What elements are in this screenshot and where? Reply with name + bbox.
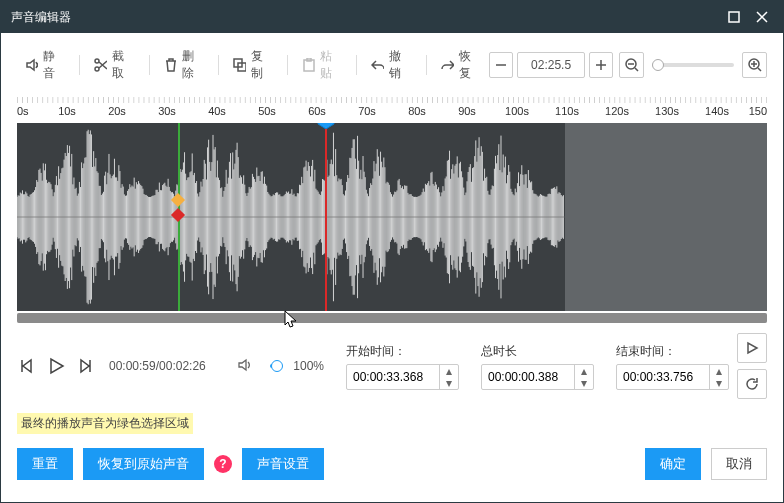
ruler-tick-label: 0s bbox=[17, 105, 29, 117]
paste-label: 粘贴 bbox=[320, 48, 342, 82]
divider bbox=[218, 55, 219, 75]
step-forward-button[interactable] bbox=[75, 356, 95, 376]
cancel-button[interactable]: 取消 bbox=[711, 448, 767, 480]
end-time-group: 结束时间： ▴▾ bbox=[616, 343, 729, 390]
duration-down[interactable]: ▾ bbox=[575, 377, 593, 389]
waveform-scrollbar[interactable] bbox=[17, 313, 767, 323]
ruler-tick-label: 110s bbox=[555, 105, 579, 117]
plus-icon bbox=[595, 59, 607, 71]
play-icon bbox=[47, 357, 65, 375]
divider bbox=[149, 55, 150, 75]
restore-icon bbox=[728, 11, 740, 23]
hint-row: 最终的播放声音为绿色选择区域 bbox=[1, 409, 783, 438]
ruler-tick-label: 120s bbox=[605, 105, 629, 117]
volume-slider[interactable] bbox=[270, 364, 278, 368]
copy-label: 复制 bbox=[251, 48, 273, 82]
scrollbar-thumb[interactable] bbox=[17, 313, 767, 323]
playback-controls: 00:00:59/00:02:26 100% 开始时间： ▴▾ 总时长 ▴▾ 结… bbox=[1, 323, 783, 409]
sound-settings-button[interactable]: 声音设置 bbox=[242, 448, 324, 480]
restore-window-button[interactable] bbox=[723, 6, 745, 28]
scissors-icon bbox=[94, 58, 107, 72]
paste-button[interactable]: 粘贴 bbox=[294, 45, 350, 85]
cut-button[interactable]: 截取 bbox=[86, 45, 142, 85]
ruler-tick-label: 20s bbox=[108, 105, 126, 117]
ruler-tick-label: 60s bbox=[308, 105, 326, 117]
redo-button[interactable]: 恢复 bbox=[433, 45, 489, 85]
toolbar: 静音 截取 删除 复制 粘贴 撤销 恢复 bbox=[1, 33, 783, 97]
cut-label: 截取 bbox=[112, 48, 134, 82]
zoom-out-button[interactable] bbox=[619, 52, 644, 78]
ruler-tick-label: 40s bbox=[208, 105, 226, 117]
undo-label: 撤销 bbox=[389, 48, 411, 82]
ruler-tick-label: 30s bbox=[158, 105, 176, 117]
divider bbox=[287, 55, 288, 75]
start-time-group: 开始时间： ▴▾ bbox=[346, 343, 459, 390]
undo-button[interactable]: 撤销 bbox=[363, 45, 419, 85]
ok-button[interactable]: 确定 bbox=[645, 448, 701, 480]
redo-label: 恢复 bbox=[459, 48, 481, 82]
preview-controls bbox=[737, 333, 767, 399]
window-title: 声音编辑器 bbox=[11, 9, 717, 26]
start-time-down[interactable]: ▾ bbox=[440, 377, 458, 389]
preview-play-button[interactable] bbox=[737, 333, 767, 363]
trash-icon bbox=[164, 58, 177, 72]
delete-button[interactable]: 删除 bbox=[156, 45, 212, 85]
start-time-spinner[interactable]: ▴▾ bbox=[346, 364, 459, 390]
ruler-tick-label: 150 bbox=[749, 105, 767, 117]
mute-button[interactable]: 静音 bbox=[17, 45, 73, 85]
volume-knob[interactable] bbox=[271, 360, 283, 372]
zoom-out-time-button[interactable] bbox=[489, 52, 514, 78]
divider bbox=[79, 55, 80, 75]
step-back-icon bbox=[19, 358, 35, 374]
help-icon[interactable]: ? bbox=[214, 455, 232, 473]
volume-icon bbox=[238, 358, 254, 375]
paste-icon bbox=[302, 58, 315, 72]
play-button[interactable] bbox=[45, 355, 67, 377]
time-span-display[interactable]: 02:25.5 bbox=[517, 52, 585, 78]
step-back-button[interactable] bbox=[17, 356, 37, 376]
ruler-tick-label: 90s bbox=[458, 105, 476, 117]
divider bbox=[356, 55, 357, 75]
minus-icon bbox=[495, 59, 507, 71]
delete-label: 删除 bbox=[182, 48, 204, 82]
divider bbox=[426, 55, 427, 75]
duration-label: 总时长 bbox=[481, 343, 594, 360]
copy-icon bbox=[233, 58, 246, 72]
start-time-input[interactable] bbox=[347, 370, 439, 384]
start-time-label: 开始时间： bbox=[346, 343, 459, 360]
copy-button[interactable]: 复制 bbox=[225, 45, 281, 85]
selection-start-marker[interactable] bbox=[178, 123, 180, 311]
ruler-tick-label: 140s bbox=[705, 105, 729, 117]
restore-original-button[interactable]: 恢复到原始声音 bbox=[83, 448, 204, 480]
end-time-down[interactable]: ▾ bbox=[710, 377, 728, 389]
timeline-ruler[interactable] bbox=[17, 97, 767, 103]
redo-icon bbox=[441, 58, 454, 72]
zoom-slider-knob[interactable] bbox=[652, 59, 664, 71]
svg-point-2 bbox=[95, 67, 99, 71]
svg-point-1 bbox=[95, 59, 99, 63]
playhead[interactable] bbox=[325, 123, 327, 311]
mute-label: 静音 bbox=[43, 48, 65, 82]
waveform-canvas[interactable] bbox=[17, 123, 767, 311]
loop-icon bbox=[745, 377, 759, 391]
waveform-empty-region bbox=[565, 123, 768, 311]
selection-hint: 最终的播放声音为绿色选择区域 bbox=[17, 413, 193, 434]
zoom-in-time-button[interactable] bbox=[589, 52, 614, 78]
end-time-input[interactable] bbox=[617, 370, 709, 384]
loop-button[interactable] bbox=[737, 369, 767, 399]
end-time-spinner[interactable]: ▴▾ bbox=[616, 364, 729, 390]
close-window-button[interactable] bbox=[751, 6, 773, 28]
waveform-svg bbox=[17, 123, 565, 311]
duration-group: 总时长 ▴▾ bbox=[481, 343, 594, 390]
close-icon bbox=[756, 11, 768, 23]
duration-input[interactable] bbox=[482, 370, 574, 384]
ruler-tick-label: 130s bbox=[655, 105, 679, 117]
playhead-handle[interactable] bbox=[317, 123, 335, 129]
duration-spinner[interactable]: ▴▾ bbox=[481, 364, 594, 390]
zoom-in-button[interactable] bbox=[742, 52, 767, 78]
ruler-tick-label: 50s bbox=[258, 105, 276, 117]
volume-percent: 100% bbox=[293, 359, 324, 373]
reset-button[interactable]: 重置 bbox=[17, 448, 73, 480]
zoom-slider[interactable] bbox=[652, 63, 735, 67]
mute-icon bbox=[25, 58, 38, 72]
